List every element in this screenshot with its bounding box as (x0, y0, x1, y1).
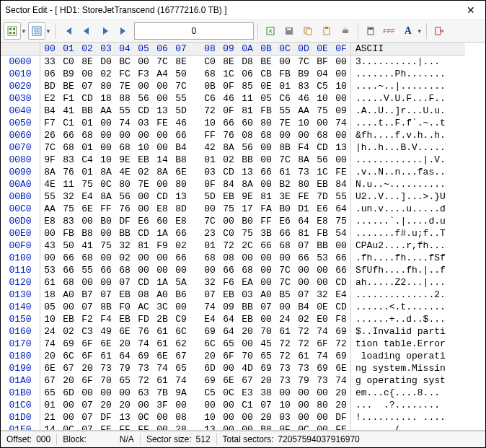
hex-byte[interactable]: E8 (153, 203, 172, 215)
hex-byte[interactable]: 00 (78, 215, 97, 227)
hex-byte[interactable]: 72 (200, 105, 219, 117)
hex-byte[interactable]: 6C (172, 325, 190, 338)
hex-byte[interactable]: 9A (172, 387, 190, 399)
hex-byte[interactable]: 00 (257, 141, 275, 154)
hex-byte[interactable]: F6 (219, 276, 238, 289)
hex-byte[interactable]: FF (97, 203, 115, 215)
hex-byte[interactable]: 00 (153, 264, 172, 276)
hex-byte[interactable]: FE (153, 117, 172, 129)
hex-byte[interactable]: B9 (294, 68, 313, 80)
hex-byte[interactable]: 00 (78, 276, 97, 289)
hex-byte[interactable]: 72 (219, 240, 238, 252)
hex-byte[interactable]: F9 (153, 240, 172, 252)
hex-byte[interactable]: 00 (332, 92, 351, 105)
hex-byte[interactable]: 67 (172, 350, 190, 362)
hex-byte[interactable]: 00 (238, 411, 257, 423)
hex-byte[interactable]: 68 (257, 129, 275, 141)
convert-fff-button[interactable]: FFF (381, 22, 398, 40)
hex-byte[interactable]: 73 (275, 362, 294, 374)
hex-byte[interactable]: EB (219, 289, 238, 301)
hex-byte[interactable]: D8 (238, 56, 257, 69)
hex-byte[interactable]: FF (115, 423, 134, 431)
hex-byte[interactable]: EB (219, 190, 238, 203)
ascii-cell[interactable]: .......f#.u;f..T (351, 227, 466, 240)
hex-byte[interactable]: 07 (257, 301, 275, 313)
hex-byte[interactable]: FB (59, 227, 78, 240)
hex-byte[interactable]: 10 (332, 80, 351, 92)
hex-byte[interactable]: 00 (134, 252, 153, 264)
hex-byte[interactable]: 18 (40, 289, 60, 301)
ascii-cell[interactable]: ....~..|........ (351, 80, 466, 92)
hex-byte[interactable]: 02 (134, 166, 153, 178)
hex-byte[interactable]: E4 (332, 289, 351, 301)
hex-byte[interactable]: BB (313, 240, 332, 252)
hex-byte[interactable]: 66 (332, 264, 351, 276)
hex-byte[interactable]: BB (238, 154, 257, 166)
ascii-cell[interactable]: loading operati (351, 350, 466, 362)
hex-byte[interactable]: 75 (59, 203, 78, 215)
hex-byte[interactable]: 72 (294, 338, 313, 350)
hex-byte[interactable]: 06 (40, 68, 60, 80)
paste-button[interactable] (318, 22, 335, 40)
hex-byte[interactable]: 65 (172, 362, 190, 374)
hex-byte[interactable]: FB (257, 105, 275, 117)
hex-byte[interactable]: 80 (172, 178, 190, 190)
hex-byte[interactable]: 07 (78, 399, 97, 411)
hex-byte[interactable]: B0 (97, 215, 115, 227)
hex-byte[interactable]: 00 (294, 399, 313, 411)
hex-byte[interactable]: B2 (275, 178, 294, 190)
hex-byte[interactable]: 73 (294, 362, 313, 374)
hex-byte[interactable]: 4E (115, 166, 134, 178)
hex-byte[interactable]: 00 (332, 56, 351, 69)
hex-byte[interactable]: 07 (294, 289, 313, 301)
hex-byte[interactable]: 6D (59, 387, 78, 399)
hex-byte[interactable]: 00 (200, 203, 219, 215)
hex-byte[interactable]: 66 (257, 166, 275, 178)
hex-byte[interactable]: 10 (200, 117, 219, 129)
hex-byte[interactable]: 80 (97, 80, 115, 92)
hex-byte[interactable]: 55 (115, 105, 134, 117)
dropdown-icon[interactable]: ▼ (45, 28, 51, 35)
hex-byte[interactable]: 61 (153, 338, 172, 350)
hex-byte[interactable]: 5A (172, 276, 190, 289)
hex-byte[interactable]: C1 (59, 117, 78, 129)
hex-byte[interactable]: AA (294, 105, 313, 117)
hex-byte[interactable]: 60 (153, 215, 172, 227)
hex-byte[interactable]: 21 (40, 411, 60, 423)
hex-byte[interactable]: 8A (40, 166, 60, 178)
hex-byte[interactable]: 9E (238, 190, 257, 203)
hex-byte[interactable]: 7C (172, 80, 190, 92)
hex-byte[interactable]: 33 (40, 56, 60, 69)
hex-byte[interactable]: 70 (238, 350, 257, 362)
hex-byte[interactable]: 6E (219, 374, 238, 387)
hex-byte[interactable]: 08 (219, 252, 238, 264)
hex-byte[interactable]: B4 (172, 141, 190, 154)
hex-byte[interactable]: 72 (275, 338, 294, 350)
hex-byte[interactable]: 23 (200, 227, 219, 240)
hex-byte[interactable]: 73 (275, 374, 294, 387)
print-button[interactable] (337, 22, 354, 40)
hex-byte[interactable]: 20 (238, 325, 257, 338)
hex-byte[interactable]: 01 (275, 80, 294, 92)
ascii-cell[interactable]: 3..........|... (351, 56, 466, 69)
hex-byte[interactable]: 03 (275, 411, 294, 423)
hex-byte[interactable]: 02 (59, 325, 78, 338)
hex-byte[interactable]: 00 (97, 117, 115, 129)
hex-byte[interactable]: 6E (172, 166, 190, 178)
hex-byte[interactable]: 38 (257, 387, 275, 399)
hex-byte[interactable]: BB (238, 301, 257, 313)
hex-byte[interactable]: CD (134, 276, 153, 289)
hex-byte[interactable]: B8 (172, 154, 190, 166)
hex-byte[interactable]: 66 (59, 264, 78, 276)
hex-byte[interactable]: E6 (313, 203, 332, 215)
hex-byte[interactable]: E2 (40, 92, 60, 105)
hex-byte[interactable]: 20 (200, 350, 219, 362)
hex-byte[interactable]: B5 (275, 289, 294, 301)
hex-byte[interactable]: 00 (153, 178, 172, 190)
hex-byte[interactable]: 72 (134, 374, 153, 387)
hex-byte[interactable]: 8A (294, 154, 313, 166)
hex-byte[interactable]: 66 (172, 252, 190, 264)
hex-byte[interactable]: 42 (200, 141, 219, 154)
hex-byte[interactable]: B8 (78, 227, 97, 240)
hex-byte[interactable]: 05 (40, 301, 60, 313)
